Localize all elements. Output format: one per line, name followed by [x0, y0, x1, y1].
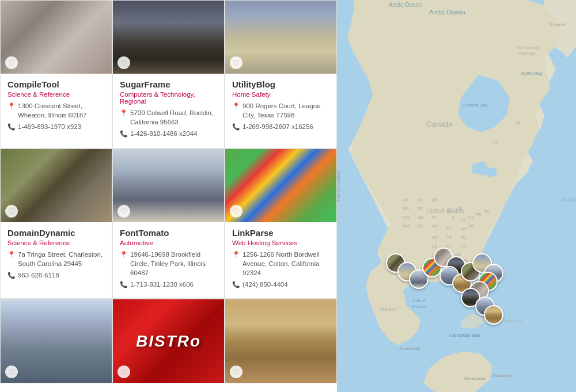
favorite-button[interactable]: ♡ — [5, 56, 18, 69]
card-title: DomainDynamic — [7, 228, 105, 238]
listing-card: ♡ LinkParse Web Hosting Services 📍 1256-… — [225, 149, 337, 299]
card-phone: 📞 1-469-893-1970 x923 — [7, 122, 105, 131]
location-icon: 📍 — [232, 250, 240, 259]
card-body: CompileTool Science & Reference 📍 1300 C… — [1, 74, 112, 141]
listing-card: ♡ FontTomato Automotive 📍 19646-19698 Br… — [112, 149, 225, 299]
listing-card: ♡ SugarFrame Computers & Technology, Reg… — [112, 0, 225, 149]
card-category: Computers & Technology, Regional — [120, 91, 217, 105]
listing-card: ♡ — [225, 299, 337, 383]
favorite-button[interactable]: ♡ — [230, 205, 242, 218]
card-image: ♡ — [225, 1, 336, 74]
card-address: 📍 7a Tringa Street, Charleston, South Ca… — [7, 250, 105, 268]
card-category: Automotive — [120, 239, 217, 246]
card-image: ♡ — [225, 149, 336, 222]
card-phone: 📞 1-269-998-2607 x16256 — [232, 122, 329, 131]
card-title: FontTomato — [120, 228, 217, 238]
map-marker[interactable] — [484, 305, 503, 325]
card-address: 📍 1300 Crescent Street, Wheaton, Illinoi… — [7, 101, 105, 120]
card-category: Science & Reference — [7, 91, 105, 98]
card-image: ♡ — [1, 299, 112, 383]
card-phone: 📞 1-713-831-1230 x606 — [120, 280, 217, 289]
card-body: SugarFrame Computers & Technology, Regio… — [113, 74, 224, 148]
listings-panel: ♡ CompileTool Science & Reference 📍 1300… — [0, 0, 337, 392]
card-body: DomainDynamic Science & Reference 📍 7a T… — [1, 222, 112, 290]
card-body: FontTomato Automotive 📍 19646-19698 Broo… — [113, 222, 224, 299]
favorite-button[interactable]: ♡ — [230, 56, 242, 69]
phone-icon: 📞 — [232, 123, 240, 131]
phone-icon: 📞 — [7, 123, 16, 131]
favorite-button[interactable]: ♡ — [230, 366, 242, 378]
listing-card: ♡ CompileTool Science & Reference 📍 1300… — [0, 0, 112, 149]
card-title: UtilityBlog — [232, 79, 329, 89]
card-title: LinkParse — [232, 228, 329, 238]
card-phone: 📞 1-426-810-1486 x2044 — [120, 129, 217, 138]
card-image: ♡ — [1, 1, 112, 74]
card-image: ♡ — [225, 299, 336, 383]
map-markers — [337, 0, 576, 392]
favorite-button[interactable]: ♡ — [118, 205, 130, 218]
phone-icon: 📞 — [120, 130, 128, 138]
location-icon: 📍 — [7, 102, 16, 111]
card-title: SugarFrame — [120, 79, 217, 89]
card-address: 📍 19646-19698 Brookfield Circle, Tinley … — [120, 250, 217, 277]
phone-icon: 📞 — [7, 271, 16, 280]
card-image: BISTRo ♡ — [113, 299, 224, 383]
location-icon: 📍 — [232, 102, 240, 111]
listings-grid: ♡ CompileTool Science & Reference 📍 1300… — [0, 0, 337, 383]
card-body: LinkParse Web Hosting Services 📍 1256-12… — [225, 222, 336, 299]
listing-card: ♡ UtilityBlog Home Safety 📍 900 Rogers C… — [225, 0, 337, 149]
favorite-button[interactable]: ♡ — [118, 366, 130, 378]
favorite-button[interactable]: ♡ — [5, 366, 18, 378]
phone-icon: 📞 — [120, 280, 128, 289]
card-category: Science & Reference — [7, 239, 105, 246]
card-address: 📍 5700 Colwell Road, Rocklin, California… — [120, 108, 217, 127]
bistro-text: BISTRo — [136, 332, 201, 351]
location-icon: 📍 — [120, 109, 128, 117]
favorite-button[interactable]: ♡ — [5, 205, 18, 218]
card-category: Web Hosting Services — [232, 239, 329, 246]
location-icon: 📍 — [7, 250, 16, 259]
card-image: ♡ — [1, 149, 112, 222]
card-title: CompileTool — [7, 79, 105, 89]
map-marker-image — [485, 306, 502, 324]
card-address: 📍 900 Rogers Court, League City, Texas 7… — [232, 101, 329, 120]
card-category: Home Safety — [232, 91, 329, 98]
listing-card: BISTRo ♡ — [112, 299, 225, 383]
card-phone: 📞 (424) 850-4404 — [232, 280, 329, 289]
favorite-button[interactable]: ♡ — [118, 56, 130, 69]
listing-card: ♡ — [0, 299, 112, 383]
card-image: ♡ — [113, 149, 224, 222]
card-image: ♡ — [113, 1, 224, 74]
map-panel: Arctic Ocean Arctic Ocean Baffin Bay Hud… — [337, 0, 576, 392]
phone-icon: 📞 — [232, 280, 240, 289]
listing-card: ♡ DomainDynamic Science & Reference 📍 7a… — [0, 149, 112, 299]
card-address: 📍 1256-1266 North Bordwell Avenue, Colto… — [232, 250, 329, 277]
card-body: UtilityBlog Home Safety 📍 900 Rogers Cou… — [225, 74, 336, 141]
card-phone: 📞 963-628-6118 — [7, 271, 105, 280]
location-icon: 📍 — [120, 250, 128, 259]
